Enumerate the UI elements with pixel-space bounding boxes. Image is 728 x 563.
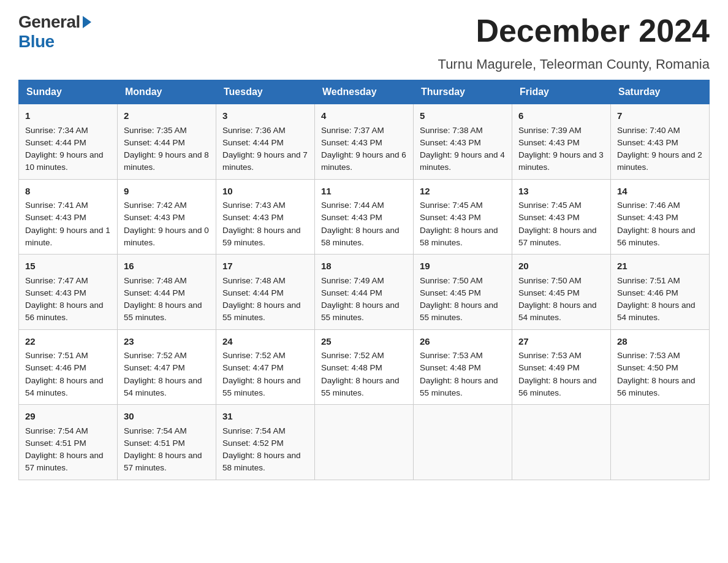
daylight-info: Daylight: 8 hours and 55 minutes. [321, 376, 400, 397]
day-number: 23 [124, 335, 210, 349]
calendar-cell: 9Sunrise: 7:42 AMSunset: 4:43 PMDaylight… [118, 179, 216, 255]
sunrise-info: Sunrise: 7:39 AM [518, 126, 582, 135]
day-number: 29 [25, 410, 111, 424]
calendar-week-row: 29Sunrise: 7:54 AMSunset: 4:51 PMDayligh… [19, 405, 710, 480]
daylight-info: Daylight: 8 hours and 57 minutes. [518, 226, 597, 247]
daylight-info: Daylight: 8 hours and 54 minutes. [25, 376, 104, 397]
sunrise-info: Sunrise: 7:51 AM [617, 276, 680, 285]
sunset-info: Sunset: 4:43 PM [420, 138, 481, 147]
sunrise-info: Sunrise: 7:50 AM [420, 276, 483, 285]
sunset-info: Sunset: 4:44 PM [124, 288, 185, 297]
sunrise-info: Sunrise: 7:49 AM [321, 276, 384, 285]
daylight-info: Daylight: 8 hours and 55 minutes. [321, 301, 400, 322]
sunrise-info: Sunrise: 7:54 AM [25, 426, 88, 435]
daylight-info: Daylight: 8 hours and 55 minutes. [420, 376, 498, 397]
sunset-info: Sunset: 4:43 PM [518, 213, 580, 222]
sunset-info: Sunset: 4:52 PM [222, 439, 284, 448]
daylight-info: Daylight: 8 hours and 54 minutes. [617, 301, 696, 322]
day-number: 7 [617, 109, 703, 123]
calendar-cell: 24Sunrise: 7:52 AMSunset: 4:47 PMDayligh… [216, 329, 315, 405]
sunrise-info: Sunrise: 7:40 AM [617, 126, 680, 135]
daylight-info: Daylight: 8 hours and 56 minutes. [617, 376, 696, 397]
day-number: 28 [617, 335, 703, 349]
sunset-info: Sunset: 4:50 PM [617, 363, 678, 372]
sunrise-info: Sunrise: 7:34 AM [25, 126, 88, 135]
sunset-info: Sunset: 4:48 PM [420, 363, 481, 372]
day-number: 2 [124, 109, 210, 123]
page-header: General Blue December 2024 [18, 12, 710, 52]
logo-arrow-icon [83, 16, 91, 28]
day-number: 25 [321, 335, 407, 349]
calendar-cell: 21Sunrise: 7:51 AMSunset: 4:46 PMDayligh… [611, 255, 710, 330]
sunset-info: Sunset: 4:47 PM [222, 363, 284, 372]
sunrise-info: Sunrise: 7:45 AM [420, 201, 483, 210]
calendar-cell: 22Sunrise: 7:51 AMSunset: 4:46 PMDayligh… [19, 329, 118, 405]
sunrise-info: Sunrise: 7:52 AM [321, 351, 384, 360]
calendar-cell: 17Sunrise: 7:48 AMSunset: 4:44 PMDayligh… [216, 255, 315, 330]
column-header-sunday: Sunday [19, 80, 118, 104]
calendar-cell: 15Sunrise: 7:47 AMSunset: 4:43 PMDayligh… [19, 255, 118, 330]
sunrise-info: Sunrise: 7:51 AM [25, 351, 88, 360]
logo: General Blue [18, 12, 91, 52]
daylight-info: Daylight: 9 hours and 6 minutes. [321, 150, 406, 172]
calendar-cell: 5Sunrise: 7:38 AMSunset: 4:43 PMDaylight… [414, 104, 512, 180]
daylight-info: Daylight: 8 hours and 59 minutes. [222, 226, 301, 247]
sunrise-info: Sunrise: 7:54 AM [222, 426, 286, 435]
sunset-info: Sunset: 4:44 PM [25, 138, 86, 147]
daylight-info: Daylight: 9 hours and 1 minute. [25, 226, 110, 247]
calendar-cell: 6Sunrise: 7:39 AMSunset: 4:43 PMDaylight… [512, 104, 611, 180]
calendar-cell: 14Sunrise: 7:46 AMSunset: 4:43 PMDayligh… [611, 179, 710, 255]
calendar-cell [315, 405, 414, 480]
calendar-cell: 26Sunrise: 7:53 AMSunset: 4:48 PMDayligh… [414, 329, 512, 405]
daylight-info: Daylight: 9 hours and 2 minutes. [617, 150, 702, 172]
daylight-info: Daylight: 8 hours and 58 minutes. [420, 226, 498, 247]
sunset-info: Sunset: 4:51 PM [124, 439, 185, 448]
calendar-week-row: 15Sunrise: 7:47 AMSunset: 4:43 PMDayligh… [19, 255, 710, 330]
day-number: 11 [321, 185, 407, 199]
logo-blue-text: Blue [18, 32, 55, 51]
sunset-info: Sunset: 4:43 PM [124, 213, 185, 222]
day-number: 9 [124, 185, 210, 199]
day-number: 24 [222, 335, 308, 349]
sunset-info: Sunset: 4:44 PM [222, 138, 284, 147]
sunset-info: Sunset: 4:43 PM [420, 213, 481, 222]
day-number: 16 [124, 259, 210, 274]
column-header-wednesday: Wednesday [315, 80, 414, 104]
sunset-info: Sunset: 4:47 PM [124, 363, 185, 372]
daylight-info: Daylight: 9 hours and 8 minutes. [124, 150, 209, 172]
sunrise-info: Sunrise: 7:52 AM [222, 351, 286, 360]
daylight-info: Daylight: 8 hours and 58 minutes. [321, 226, 400, 247]
sunrise-info: Sunrise: 7:52 AM [124, 351, 187, 360]
day-number: 1 [25, 109, 111, 123]
calendar-cell: 12Sunrise: 7:45 AMSunset: 4:43 PMDayligh… [414, 179, 512, 255]
day-number: 5 [420, 109, 506, 123]
sunset-info: Sunset: 4:43 PM [222, 213, 284, 222]
calendar-table: SundayMondayTuesdayWednesdayThursdayFrid… [18, 80, 710, 480]
calendar-cell: 7Sunrise: 7:40 AMSunset: 4:43 PMDaylight… [611, 104, 710, 180]
sunrise-info: Sunrise: 7:48 AM [222, 276, 286, 285]
calendar-cell: 4Sunrise: 7:37 AMSunset: 4:43 PMDaylight… [315, 104, 414, 180]
calendar-cell: 11Sunrise: 7:44 AMSunset: 4:43 PMDayligh… [315, 179, 414, 255]
day-number: 8 [25, 185, 111, 199]
sunrise-info: Sunrise: 7:47 AM [25, 276, 88, 285]
daylight-info: Daylight: 9 hours and 3 minutes. [518, 150, 604, 172]
calendar-cell: 20Sunrise: 7:50 AMSunset: 4:45 PMDayligh… [512, 255, 611, 330]
daylight-info: Daylight: 8 hours and 57 minutes. [25, 451, 104, 472]
day-number: 20 [518, 259, 604, 274]
calendar-cell: 25Sunrise: 7:52 AMSunset: 4:48 PMDayligh… [315, 329, 414, 405]
sunrise-info: Sunrise: 7:45 AM [518, 201, 582, 210]
day-number: 17 [222, 259, 308, 274]
day-number: 3 [222, 109, 308, 123]
calendar-cell: 16Sunrise: 7:48 AMSunset: 4:44 PMDayligh… [118, 255, 216, 330]
calendar-header-row: SundayMondayTuesdayWednesdayThursdayFrid… [19, 80, 710, 104]
daylight-info: Daylight: 8 hours and 54 minutes. [124, 376, 202, 397]
day-number: 14 [617, 185, 703, 199]
day-number: 10 [222, 185, 308, 199]
sunset-info: Sunset: 4:44 PM [222, 288, 284, 297]
day-number: 18 [321, 259, 407, 274]
sunset-info: Sunset: 4:43 PM [321, 213, 382, 222]
day-number: 22 [25, 335, 111, 349]
column-header-friday: Friday [512, 80, 611, 104]
sunrise-info: Sunrise: 7:53 AM [518, 351, 582, 360]
daylight-info: Daylight: 9 hours and 4 minutes. [420, 150, 505, 172]
